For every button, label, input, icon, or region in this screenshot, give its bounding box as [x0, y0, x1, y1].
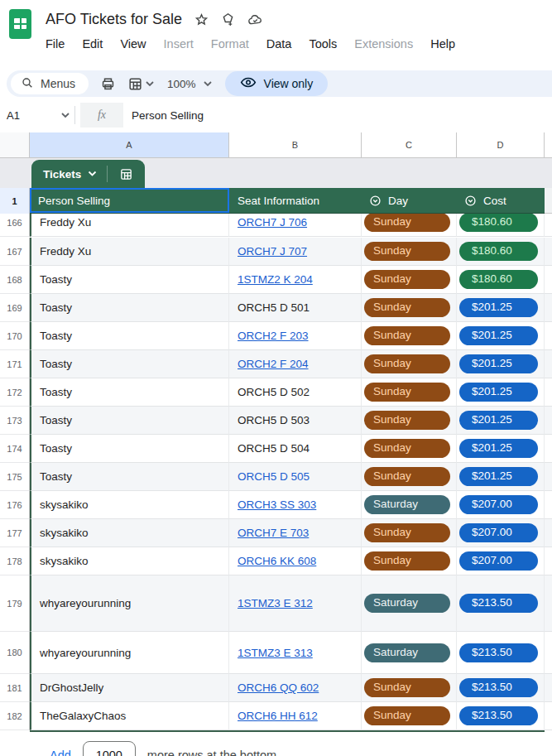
cell-seat[interactable]: ORCH7 E 703: [229, 519, 362, 547]
row-number[interactable]: 180: [0, 632, 30, 674]
cell-person[interactable]: Toasty: [30, 294, 229, 322]
cloud-status-icon[interactable]: [247, 12, 264, 27]
cell-seat[interactable]: ORCH3 SS 303: [229, 491, 362, 519]
row-number[interactable]: 168: [0, 266, 30, 294]
cost-chip[interactable]: $201.25: [459, 467, 538, 486]
cell-person[interactable]: Toasty: [30, 266, 229, 294]
cell-seat[interactable]: ORCH6 QQ 602: [229, 674, 362, 702]
row-number[interactable]: 174: [0, 435, 30, 463]
day-chip[interactable]: Sunday: [364, 214, 450, 232]
menu-item-view[interactable]: View: [120, 37, 146, 51]
print-button[interactable]: [100, 76, 116, 92]
header-cell-cost[interactable]: Cost: [457, 188, 545, 214]
day-chip[interactable]: Sunday: [364, 523, 450, 542]
row-number[interactable]: 170: [0, 322, 30, 350]
view-only-badge[interactable]: View only: [225, 71, 329, 96]
cost-chip[interactable]: $201.25: [459, 354, 538, 373]
day-chip[interactable]: Sunday: [364, 326, 450, 345]
row-number[interactable]: 166: [0, 214, 30, 237]
day-chip[interactable]: Sunday: [364, 467, 450, 486]
menu-item-data[interactable]: Data: [266, 37, 292, 51]
cost-chip[interactable]: $213.50: [459, 678, 538, 697]
cell-person[interactable]: Toasty: [30, 435, 229, 463]
day-chip[interactable]: Sunday: [364, 242, 450, 261]
cost-chip[interactable]: $213.50: [459, 706, 538, 725]
row-number[interactable]: 172: [0, 378, 30, 407]
column-header-b[interactable]: B: [229, 132, 362, 158]
header-cell-person-selling[interactable]: Person Selling: [30, 188, 229, 214]
column-header-a[interactable]: A: [30, 132, 229, 158]
cell-seat[interactable]: ORCH2 F 204: [229, 350, 362, 378]
day-chip[interactable]: Sunday: [364, 706, 450, 725]
row-number[interactable]: 178: [0, 547, 30, 575]
day-chip[interactable]: Saturday: [364, 495, 450, 514]
cost-chip[interactable]: $180.60: [459, 270, 538, 289]
row-number[interactable]: 167: [0, 238, 30, 266]
column-header-d[interactable]: D: [457, 132, 545, 158]
menu-item-help[interactable]: Help: [430, 37, 455, 51]
add-rows-button[interactable]: Add: [50, 749, 71, 756]
row-number[interactable]: 182: [0, 702, 30, 730]
cell-seat[interactable]: 1STMZ2 K 204: [229, 266, 362, 294]
day-chip[interactable]: Sunday: [364, 354, 450, 373]
row-number[interactable]: 1: [0, 188, 30, 214]
day-chip[interactable]: Saturday: [364, 594, 450, 613]
cell-person[interactable]: skysakiko: [30, 547, 229, 575]
cost-chip[interactable]: $207.00: [459, 523, 538, 542]
cost-chip[interactable]: $201.25: [459, 383, 538, 402]
cell-seat[interactable]: ORCH5 D 502: [229, 378, 362, 407]
header-cell-day[interactable]: Day: [362, 188, 457, 214]
zoom-control[interactable]: 100%: [167, 78, 212, 90]
cost-chip[interactable]: $207.00: [459, 495, 538, 514]
menu-item-insert[interactable]: Insert: [164, 37, 194, 51]
formula-input[interactable]: Person Selling: [132, 109, 204, 122]
cost-chip[interactable]: $213.50: [459, 643, 538, 662]
row-number[interactable]: 181: [0, 674, 30, 702]
cell-person[interactable]: whyareyourunning: [30, 632, 229, 674]
cell-seat[interactable]: ORCH6 HH 612: [229, 702, 362, 730]
cell-person[interactable]: Toasty: [30, 350, 229, 378]
day-chip[interactable]: Saturday: [364, 643, 450, 662]
cell-seat[interactable]: ORCH5 D 504: [229, 435, 362, 463]
cell-seat[interactable]: ORCH7 J 707: [229, 238, 362, 266]
cell-person[interactable]: Toasty: [30, 378, 229, 407]
cost-chip[interactable]: $180.60: [459, 242, 538, 261]
cell-seat[interactable]: ORCH7 J 706: [229, 214, 362, 237]
select-all-corner[interactable]: [0, 132, 30, 158]
day-chip[interactable]: Sunday: [364, 298, 450, 317]
cell-person[interactable]: DrGhostJelly: [30, 674, 229, 702]
menu-item-format[interactable]: Format: [211, 37, 249, 51]
rows-count-input[interactable]: [83, 741, 136, 756]
cell-seat[interactable]: 1STMZ3 E 313: [229, 632, 362, 674]
cost-chip[interactable]: $201.25: [459, 326, 538, 345]
labels-icon[interactable]: [220, 12, 236, 27]
row-number[interactable]: 179: [0, 575, 30, 632]
menus-search[interactable]: Menus: [11, 73, 89, 94]
cost-chip[interactable]: $201.25: [459, 411, 538, 430]
cell-seat[interactable]: ORCH5 D 505: [229, 463, 362, 491]
table-grid-icon[interactable]: [108, 160, 145, 188]
cell-seat[interactable]: 1STMZ3 E 312: [229, 575, 362, 632]
table-views-button[interactable]: [127, 76, 154, 92]
day-chip[interactable]: Sunday: [364, 678, 450, 697]
day-chip[interactable]: Sunday: [364, 551, 450, 571]
day-chip[interactable]: Sunday: [364, 270, 450, 289]
cell-person[interactable]: skysakiko: [30, 519, 229, 547]
cost-chip[interactable]: $201.25: [459, 298, 538, 317]
day-chip[interactable]: Sunday: [364, 383, 450, 402]
cell-person[interactable]: Freddy Xu: [30, 214, 229, 237]
cell-person[interactable]: Toasty: [30, 463, 229, 491]
cost-chip[interactable]: $207.00: [459, 551, 538, 571]
cell-person[interactable]: whyareyourunning: [30, 575, 229, 632]
day-chip[interactable]: Sunday: [364, 411, 450, 430]
menu-item-file[interactable]: File: [46, 37, 65, 51]
cell-person[interactable]: Toasty: [30, 407, 229, 435]
header-cell-seat-information[interactable]: Seat Information: [229, 188, 362, 214]
menu-item-edit[interactable]: Edit: [82, 37, 103, 51]
day-chip[interactable]: Sunday: [364, 439, 450, 458]
row-number[interactable]: 176: [0, 491, 30, 519]
row-number[interactable]: 175: [0, 463, 30, 491]
menu-item-tools[interactable]: Tools: [309, 37, 337, 51]
cell-seat[interactable]: ORCH5 D 503: [229, 407, 362, 435]
sheets-logo[interactable]: [9, 9, 31, 39]
